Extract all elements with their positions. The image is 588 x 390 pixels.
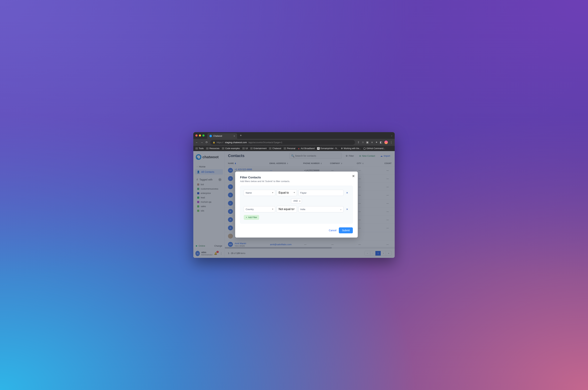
favicon-icon <box>209 135 212 137</box>
chevron-down-icon: ▼ <box>294 192 295 194</box>
filter-value-text[interactable] <box>298 190 343 196</box>
filter-value-select[interactable]: India▼ <box>298 206 343 212</box>
chevron-down-icon: ▼ <box>272 192 274 194</box>
lock-icon: 🔒 <box>213 141 215 144</box>
chevron-down-icon: ▼ <box>272 208 274 210</box>
cancel-button[interactable]: Cancel <box>329 229 337 232</box>
bookmarks-bar: Tools Resources Code examples UI Enterta… <box>193 146 395 151</box>
filter-row: Name▼ Equal to▼ ✕ <box>244 189 349 196</box>
folder-icon <box>222 147 224 149</box>
filter-attribute-select[interactable]: Name▼ <box>244 190 275 196</box>
share-icon[interactable]: ⇪ <box>357 141 360 144</box>
bookmark-item[interactable]: ◯GitHub Command... <box>363 147 385 150</box>
bookmark-favicon-icon: D <box>317 147 320 150</box>
folder-icon <box>284 147 286 149</box>
github-icon: ◯ <box>363 147 366 150</box>
chevron-down-icon: ▼ <box>340 209 342 211</box>
remove-filter-icon[interactable]: ✕ <box>345 208 349 211</box>
folder-icon <box>250 147 253 149</box>
folder-icon <box>242 147 245 149</box>
folder-icon <box>269 147 271 149</box>
filter-attribute-select[interactable]: Country▼ <box>244 206 275 212</box>
close-tab-icon[interactable]: × <box>234 135 235 137</box>
chevron-down-icon[interactable]: ⌄ <box>391 134 392 137</box>
bookmark-item[interactable]: DDomainprinter - fr... <box>317 147 339 150</box>
extensions-icon[interactable]: ✦ <box>375 141 378 144</box>
pip-icon[interactable]: ▣ <box>366 141 369 144</box>
tab-title: Chatwoot <box>213 135 222 137</box>
browser-window: Chatwoot × + ⌄ ← → ⟳ 🔒 https://staging.c… <box>193 132 395 258</box>
back-icon[interactable]: ← <box>196 141 198 144</box>
close-icon[interactable]: ✕ <box>352 174 355 178</box>
filter-operator-select[interactable]: Equal to▼ <box>277 189 297 196</box>
bookmark-favicon-icon: ⚙ <box>341 147 343 150</box>
plus-icon: + <box>246 216 247 219</box>
address-bar-row: ← → ⟳ 🔒 https://staging.chatwoot.com/app… <box>193 139 395 146</box>
window-titlebar: Chatwoot × + ⌄ <box>193 132 395 139</box>
add-filter-label: Add Filter <box>248 216 257 219</box>
profile-avatar-icon[interactable] <box>384 141 388 144</box>
bookmark-item[interactable]: Tools <box>196 147 204 150</box>
url-host: staging.chatwoot.com <box>225 141 247 144</box>
bookmark-item[interactable]: UI <box>242 147 248 150</box>
filter-modal: ✕ Filter Contacts Add filters below and … <box>235 172 358 238</box>
filter-joiner: AND▼ <box>244 198 349 203</box>
filter-container: Name▼ Equal to▼ ✕ AND▼ Country▼ <box>240 186 353 224</box>
star-icon[interactable]: ☆ <box>362 141 364 144</box>
filter-value-input <box>298 190 343 196</box>
modal-actions: Cancel Submit <box>240 227 353 233</box>
new-tab-icon[interactable]: + <box>240 134 242 137</box>
traffic-lights <box>196 134 204 137</box>
folder-icon <box>206 147 208 149</box>
bookmark-item[interactable]: Resources <box>206 147 219 150</box>
submit-button[interactable]: Submit <box>339 227 353 233</box>
bookmark-item[interactable]: Chatwoot <box>269 147 281 150</box>
minimize-window-icon[interactable] <box>199 134 201 137</box>
bookmark-item[interactable]: ⚙Working with the... <box>341 147 361 150</box>
forward-icon[interactable]: → <box>200 141 203 144</box>
bookmark-item[interactable]: Code examples <box>222 147 240 150</box>
joiner-select[interactable]: AND▼ <box>291 198 302 203</box>
bookmark-item[interactable]: Entertainment <box>250 147 267 150</box>
modal-subtitle: Add filters below and hit 'Submit' to fi… <box>240 180 353 183</box>
bookmark-favicon-icon: ▲ <box>298 147 300 150</box>
url-path: /app/accounts/3/contacts?page=1 <box>248 141 283 144</box>
maximize-window-icon[interactable] <box>202 134 204 137</box>
bookmark-item[interactable]: Personal <box>284 147 295 150</box>
address-bar[interactable]: 🔒 https://staging.chatwoot.com/app/accou… <box>210 140 355 145</box>
close-window-icon[interactable] <box>196 134 197 137</box>
modal-title: Filter Contacts <box>240 176 353 179</box>
folder-icon <box>196 147 198 149</box>
browser-menu-icon[interactable]: ⋮ <box>390 141 392 144</box>
browser-tab[interactable]: Chatwoot × <box>207 133 237 139</box>
add-filter-button[interactable]: + Add Filter <box>244 215 259 220</box>
filter-operator-select[interactable]: Not equal to▼ <box>277 206 297 212</box>
chevron-down-icon: ▼ <box>299 200 301 202</box>
extension-vue-icon[interactable]: ▼ <box>371 141 373 144</box>
chevron-down-icon: ▼ <box>294 208 295 210</box>
reload-icon[interactable]: ⟳ <box>205 141 208 144</box>
app-root: chatwoot ‹ Home 👤 All Contacts # Tagged … <box>193 151 395 258</box>
bookmark-item[interactable]: ▲Act Broadband <box>298 147 315 150</box>
url-scheme: https:// <box>217 141 223 144</box>
panel-icon[interactable]: ◧ <box>380 141 382 144</box>
browser-toolbar-icons: ⇪ ☆ ▣ ▼ ✦ ◧ ⋮ <box>357 141 392 144</box>
remove-filter-icon[interactable]: ✕ <box>345 192 349 194</box>
filter-row: Country▼ Not equal to▼ India▼ ✕ <box>244 206 349 212</box>
